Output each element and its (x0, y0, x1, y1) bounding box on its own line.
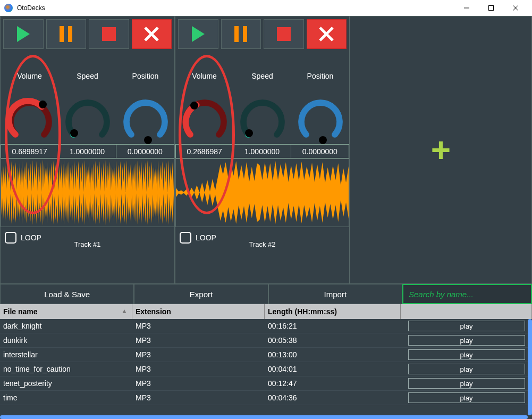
volume-dial[interactable] (181, 96, 229, 144)
close-icon (318, 26, 334, 42)
play-row-button[interactable]: play (408, 349, 525, 360)
horizontal-scrollbar[interactable] (0, 415, 528, 419)
title-bar: OtoDecks (0, 0, 532, 16)
play-row-button[interactable]: play (408, 321, 525, 331)
play-row-button[interactable]: play (408, 392, 525, 403)
export-button[interactable]: Export (134, 284, 268, 304)
cell-length: 00:05:38 (265, 333, 401, 347)
play-row-button[interactable]: play (408, 335, 525, 346)
table-row[interactable]: interstellarMP300:13:00play (0, 348, 532, 362)
cell-file-name: dunkirk (0, 333, 132, 347)
playlist: File name▲ Extension Length (HH:mm:ss) d… (0, 304, 532, 419)
volume-value: 0.2686987 (176, 145, 233, 158)
import-button[interactable]: Import (268, 284, 402, 304)
column-label: File name (3, 307, 38, 316)
deck-1: Volume Speed Position (0, 16, 175, 284)
column-extension[interactable]: Extension (132, 304, 265, 319)
table-row[interactable]: tenet_posterityMP300:12:47play (0, 376, 532, 391)
position-label: Position (307, 72, 334, 80)
stop-button[interactable] (89, 19, 129, 49)
table-row[interactable]: dunkirkMP300:05:38play (0, 333, 532, 348)
app-logo-icon (4, 4, 13, 12)
cell-file-name: no_time_for_caution (0, 362, 132, 376)
dial-knob-icon (319, 136, 327, 144)
stop-icon (277, 27, 291, 41)
cell-file-name: time (0, 391, 132, 405)
dial-knob-icon (70, 129, 78, 137)
remove-deck-button[interactable] (132, 19, 172, 49)
plus-icon: + (431, 133, 451, 167)
volume-value: 0.6898917 (1, 145, 58, 158)
stop-icon (102, 27, 116, 41)
stop-button[interactable] (264, 19, 304, 49)
speed-label: Speed (77, 72, 98, 80)
playlist-header: File name▲ Extension Length (HH:mm:ss) (0, 304, 532, 319)
cell-file-name: dark_knight (0, 319, 132, 333)
position-value: 0.0000000 (291, 145, 349, 158)
cell-length: 00:16:21 (265, 319, 401, 333)
cell-extension: MP3 (132, 348, 265, 362)
cell-length: 00:13:00 (265, 348, 401, 362)
track-title: Track #2 (175, 240, 349, 248)
waveform-display[interactable] (175, 158, 349, 227)
position-label: Position (132, 72, 159, 80)
table-row[interactable]: dark_knightMP300:16:21play (0, 319, 532, 333)
play-button[interactable] (3, 19, 44, 49)
dial-knob-icon (190, 102, 198, 110)
play-icon (17, 26, 30, 42)
remove-deck-button[interactable] (307, 19, 347, 49)
position-dial[interactable] (297, 96, 344, 144)
speed-value: 1.0000000 (58, 145, 116, 158)
cell-length: 00:12:47 (265, 376, 401, 390)
cell-length: 00:04:01 (265, 362, 401, 376)
dial-knob-icon (245, 129, 253, 137)
play-row-button[interactable]: play (408, 378, 525, 389)
column-file-name[interactable]: File name▲ (0, 304, 132, 319)
cell-extension: MP3 (132, 391, 265, 405)
column-length[interactable]: Length (HH:mm:ss) (265, 304, 401, 319)
sort-asc-icon: ▲ (121, 307, 128, 315)
speed-dial[interactable] (64, 96, 112, 144)
minimize-button[interactable] (454, 0, 479, 16)
vertical-scrollbar[interactable] (528, 319, 532, 415)
cell-extension: MP3 (132, 333, 265, 347)
speed-value: 1.0000000 (233, 145, 291, 158)
column-play (401, 304, 532, 319)
waveform-display[interactable] (1, 158, 174, 227)
window-title: OtoDecks (17, 4, 454, 12)
deck-2: Volume Speed Position (175, 16, 350, 284)
cell-extension: MP3 (132, 319, 265, 333)
speed-label: Speed (251, 72, 273, 80)
speed-dial[interactable] (239, 96, 286, 144)
position-dial[interactable] (122, 96, 170, 144)
play-icon (192, 26, 205, 42)
cell-length: 00:04:36 (265, 391, 401, 405)
cell-extension: MP3 (132, 362, 265, 376)
close-button[interactable] (503, 0, 528, 16)
cell-extension: MP3 (132, 376, 265, 390)
play-row-button[interactable]: play (408, 364, 525, 374)
position-value: 0.0000000 (116, 145, 174, 158)
cell-file-name: tenet_posterity (0, 376, 132, 390)
dial-knob-icon (144, 136, 152, 144)
svg-rect-1 (489, 6, 494, 11)
volume-label: Volume (17, 72, 42, 80)
close-icon (143, 26, 159, 42)
pause-icon (60, 26, 72, 42)
cell-file-name: interstellar (0, 348, 132, 362)
track-title: Track #1 (1, 240, 174, 248)
pause-button[interactable] (46, 19, 87, 49)
maximize-button[interactable] (479, 0, 503, 16)
volume-label: Volume (192, 72, 217, 80)
pause-icon (234, 26, 247, 42)
table-row[interactable]: no_time_for_cautionMP300:04:01play (0, 362, 532, 376)
load-save-button[interactable]: Load & Save (0, 284, 134, 304)
add-deck-button[interactable]: + (350, 16, 532, 284)
volume-dial[interactable] (6, 96, 54, 144)
play-button[interactable] (178, 19, 218, 49)
search-input[interactable]: Search by name... (402, 284, 532, 304)
dial-knob-icon (39, 100, 47, 108)
pause-button[interactable] (221, 19, 261, 49)
table-row[interactable]: timeMP300:04:36play (0, 391, 532, 405)
